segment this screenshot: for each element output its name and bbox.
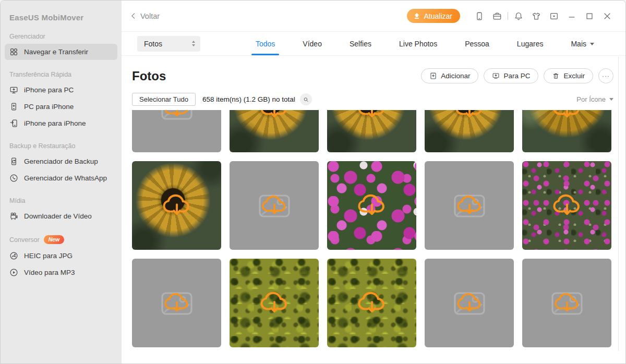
photo-tile[interactable] xyxy=(327,110,416,152)
cloud-download-icon xyxy=(259,110,290,120)
delete-button[interactable]: Excluir xyxy=(544,68,593,83)
main-pane: Voltar Atualizar xyxy=(122,1,625,363)
sidebar-item-downloader-de-video[interactable]: Downloader de Vídeo xyxy=(5,208,117,224)
sidebar-item-pc-para-iphone[interactable]: PC para iPhone xyxy=(5,99,117,115)
video-camera-icon xyxy=(9,212,18,221)
placeholder-tile[interactable] xyxy=(522,259,611,347)
more-actions-button[interactable]: ··· xyxy=(598,68,613,83)
photo-tile[interactable] xyxy=(132,161,221,250)
photo-grid-viewport[interactable] xyxy=(132,110,613,350)
sidebar-item-label: iPhone para PC xyxy=(24,86,74,94)
sidebar-section-conversor: Conversor New xyxy=(9,235,113,244)
cloud-download-icon xyxy=(552,110,582,120)
tab-selfies[interactable]: Selfies xyxy=(345,32,376,55)
cloud-download-icon xyxy=(357,193,387,218)
cloud-download-icon xyxy=(163,292,190,314)
maximize-icon[interactable] xyxy=(581,11,598,21)
sidebar-item-label: Navegar e Transferir xyxy=(24,48,88,56)
chevron-left-icon xyxy=(130,13,137,19)
sidebar-item-gerenciador-de-backup[interactable]: Gerenciador de Backup xyxy=(5,153,117,169)
to-pc-button[interactable]: Para PC xyxy=(484,68,538,83)
cloud-download-icon xyxy=(162,193,192,218)
toolbar-divider xyxy=(508,12,508,20)
page-title: Fotos xyxy=(132,69,166,83)
phone-plus-icon xyxy=(9,102,18,111)
category-select-value: Fotos xyxy=(144,40,162,48)
placeholder-tile[interactable] xyxy=(132,110,221,152)
sidebar-item-iphone-para-pc[interactable]: iPhone para PC xyxy=(5,82,117,98)
caret-down-icon xyxy=(609,98,613,103)
device-icon[interactable] xyxy=(471,11,488,21)
notifications-icon[interactable] xyxy=(510,11,527,21)
sidebar-item-gerenciador-de-whatsapp[interactable]: Gerenciador de WhatsApp xyxy=(5,170,117,186)
tab-pessoa[interactable]: Pessoa xyxy=(461,32,493,55)
action-buttons: Adicionar Para PC Excluir xyxy=(421,68,613,83)
sidebar-item-label: Vídeo para MP3 xyxy=(24,269,75,276)
update-button[interactable]: Atualizar xyxy=(407,9,460,23)
photo-tile[interactable] xyxy=(327,259,416,347)
photo-tile[interactable] xyxy=(230,110,319,152)
add-label: Adicionar xyxy=(441,72,470,80)
photo-tile[interactable] xyxy=(522,110,611,152)
tab-mais[interactable]: Mais xyxy=(567,32,598,55)
toolkit-icon[interactable] xyxy=(488,11,506,21)
cloud-download-icon xyxy=(454,110,485,120)
select-all-button[interactable]: Selecionar Tudo xyxy=(132,93,196,106)
placeholder-tile[interactable] xyxy=(425,259,514,347)
items-summary: 658 item(ns) (1.2 GB) no total xyxy=(202,95,295,103)
monitor-download-icon xyxy=(492,72,500,80)
trash-icon xyxy=(552,72,560,80)
phone-transfer-icon xyxy=(9,119,18,128)
tab-video[interactable]: Vídeo xyxy=(298,32,326,55)
content-header: Fotos Adicionar Para PC xyxy=(132,68,613,83)
search-icon xyxy=(303,96,309,103)
theme-icon[interactable] xyxy=(527,11,545,21)
sidebar-item-navegar-e-transferir[interactable]: Navegar e Transferir xyxy=(5,44,117,60)
photo-grid xyxy=(132,110,611,347)
placeholder-tile[interactable] xyxy=(425,161,514,250)
search-button[interactable] xyxy=(300,93,312,105)
cloud-download-icon xyxy=(456,292,483,314)
sidebar-item-label: PC para iPhone xyxy=(24,103,74,111)
sidebar-section-midia: Mídia xyxy=(9,197,113,204)
close-icon[interactable] xyxy=(598,11,616,21)
photo-tile[interactable] xyxy=(230,259,319,347)
sidebar-item-iphone-para-iphone[interactable]: iPhone para iPhone xyxy=(5,115,117,131)
add-button[interactable]: Adicionar xyxy=(421,68,478,83)
tab-todos[interactable]: Todos xyxy=(251,32,279,55)
photo-tile[interactable] xyxy=(327,161,416,250)
sidebar-item-heic-para-jpg[interactable]: HEIC para JPG xyxy=(5,248,117,264)
sidebar-section-gerenciador: Gerenciador xyxy=(9,33,113,40)
placeholder-tile[interactable] xyxy=(132,259,221,347)
monitor-download-icon xyxy=(9,86,18,94)
placeholder-tile[interactable] xyxy=(230,161,319,250)
cloud-download-icon xyxy=(456,195,483,217)
category-select[interactable]: Fotos xyxy=(137,36,200,52)
sidebar-item-label: iPhone para iPhone xyxy=(24,119,86,127)
tab-lugares[interactable]: Lugares xyxy=(513,32,548,55)
filter-bar: Fotos Todos Vídeo Selfies Live Photos Pe… xyxy=(122,32,625,56)
photo-tile[interactable] xyxy=(522,161,611,250)
selection-bar: Selecionar Tudo 658 item(ns) (1.2 GB) no… xyxy=(132,93,613,106)
mp3-convert-icon xyxy=(9,268,18,277)
sidebar-item-label: Downloader de Vídeo xyxy=(24,212,92,220)
update-label: Atualizar xyxy=(424,12,452,20)
photo-tile[interactable] xyxy=(425,110,514,152)
minimize-icon[interactable] xyxy=(563,11,581,21)
sidebar-item-video-para-mp3[interactable]: Vídeo para MP3 xyxy=(5,264,117,281)
content-area: Fotos Adicionar Para PC xyxy=(122,56,625,363)
scrollbar-track[interactable] xyxy=(618,57,619,351)
menu-icon[interactable] xyxy=(545,11,563,21)
sort-dropdown[interactable]: Por Ícone xyxy=(576,95,613,103)
sidebar-section-transferencia-rapida: Transferência Rápida xyxy=(9,71,113,78)
spinner-icon xyxy=(192,41,195,46)
cloud-download-icon xyxy=(552,193,582,218)
cloud-download-icon xyxy=(163,110,190,119)
cloud-download-icon xyxy=(357,290,387,316)
back-button[interactable]: Voltar xyxy=(130,12,160,20)
cloud-download-icon xyxy=(261,195,288,217)
sidebar-item-label: HEIC para JPG xyxy=(24,252,73,260)
cloud-download-icon xyxy=(553,292,581,314)
back-label: Voltar xyxy=(140,12,160,20)
tab-live-photos[interactable]: Live Photos xyxy=(395,32,441,55)
